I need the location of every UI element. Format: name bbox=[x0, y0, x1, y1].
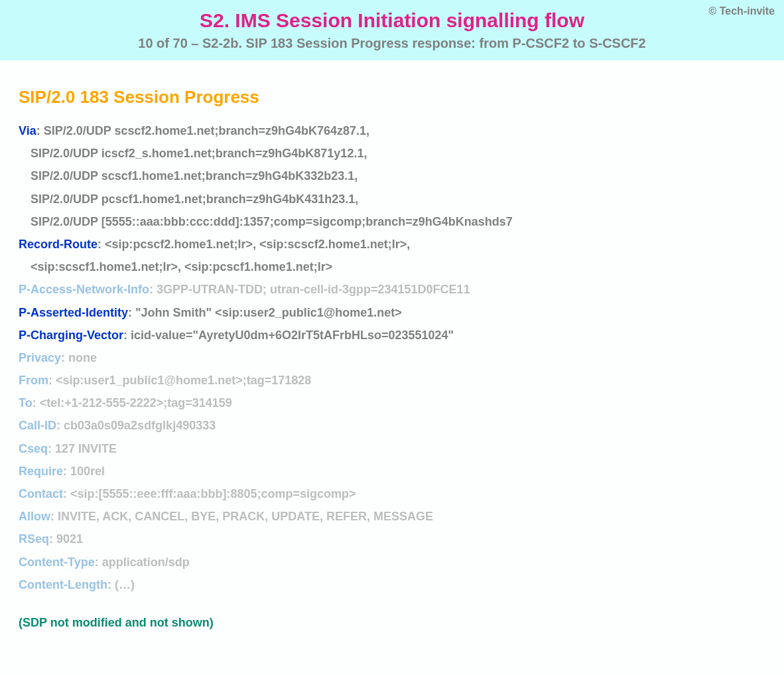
sip-header-value: <sip:user1_public1@home1.net>;tag=171828 bbox=[56, 374, 311, 387]
sip-header-value: SIP/2.0/UDP scscf2.home1.net;branch=z9hG… bbox=[44, 124, 369, 137]
sip-header-value: "John Smith" <sip:user2_public1@home1.ne… bbox=[135, 306, 402, 319]
sip-header-line: SIP/2.0/UDP scscf1.home1.net;branch=z9hG… bbox=[19, 165, 765, 187]
sip-header-line: Privacy: none bbox=[19, 346, 765, 369]
sip-header-line: P-Access-Network-Info: 3GPP-UTRAN-TDD; u… bbox=[19, 278, 765, 301]
sip-header-value: <sip:scscf1.home1.net;lr>, <sip:pcscf1.h… bbox=[31, 260, 332, 273]
sip-header-value: 100rel bbox=[70, 465, 105, 478]
document-header: © Tech-invite S2. IMS Session Initiation… bbox=[0, 0, 784, 60]
sip-header-value: 3GPP-UTRAN-TDD; utran-cell-id-3gpp=23415… bbox=[157, 283, 470, 296]
sip-header-value: (…) bbox=[115, 578, 135, 591]
sip-header-line: SIP/2.0/UDP pcscf1.home1.net;branch=z9hG… bbox=[19, 188, 765, 210]
sip-header-line: Allow: INVITE, ACK, CANCEL, BYE, PRACK, … bbox=[19, 505, 765, 528]
sip-header-line: RSeq: 9021 bbox=[19, 528, 765, 550]
sip-header-line: SIP/2.0/UDP [5555::aaa:bbb:ccc:ddd]:1357… bbox=[19, 210, 765, 233]
sip-header-line: P-Asserted-Identity: "John Smith" <sip:u… bbox=[19, 301, 765, 324]
copyright-label: © Tech-invite bbox=[708, 5, 775, 17]
sdp-note: (SDP not modified and not shown) bbox=[19, 616, 765, 630]
sip-header-name: Content-Length bbox=[19, 578, 107, 591]
sip-header-name: Require bbox=[19, 465, 63, 478]
sip-header-name: P-Charging-Vector bbox=[19, 329, 123, 342]
sip-header-value: icid-value="AyretyU0dm+6O2IrT5tAFrbHLso=… bbox=[131, 329, 454, 342]
sip-header-line: Via: SIP/2.0/UDP scscf2.home1.net;branch… bbox=[19, 119, 765, 142]
sip-header-name: From bbox=[19, 374, 48, 387]
sip-header-name: Via bbox=[19, 124, 36, 137]
sip-header-value: none bbox=[68, 351, 97, 364]
sip-header-line: Cseq: 127 INVITE bbox=[19, 437, 765, 460]
sip-headers: Via: SIP/2.0/UDP scscf2.home1.net;branch… bbox=[19, 119, 765, 596]
sip-header-value: <tel:+1-212-555-2222>;tag=314159 bbox=[40, 396, 232, 410]
sip-header-name: Privacy bbox=[19, 351, 61, 364]
sip-header-line: Contact: <sip:[5555::eee:fff:aaa:bbb]:88… bbox=[19, 483, 765, 505]
sip-header-name: RSeq bbox=[19, 532, 49, 546]
sip-header-value: <sip:pcscf2.home1.net;lr>, <sip:scscf2.h… bbox=[105, 238, 410, 251]
sip-header-value: <sip:[5555::eee:fff:aaa:bbb]:8805;comp=s… bbox=[70, 487, 356, 500]
sip-header-name: To bbox=[19, 396, 33, 410]
sip-header-value: 9021 bbox=[56, 532, 83, 546]
sip-header-line: <sip:scscf1.home1.net;lr>, <sip:pcscf1.h… bbox=[19, 256, 765, 278]
sip-header-value: SIP/2.0/UDP icscf2_s.home1.net;branch=z9… bbox=[31, 147, 367, 160]
sip-header-value: SIP/2.0/UDP [5555::aaa:bbb:ccc:ddd]:1357… bbox=[31, 215, 513, 228]
sip-header-line: Content-Type: application/sdp bbox=[19, 551, 765, 573]
sip-header-name: P-Access-Network-Info bbox=[19, 283, 149, 296]
page-title: S2. IMS Session Initiation signalling fl… bbox=[13, 9, 771, 32]
sip-header-name: Allow bbox=[19, 510, 50, 523]
sip-message-body: SIP/2.0 183 Session Progress Via: SIP/2.… bbox=[0, 60, 784, 656]
page-subtitle: 10 of 70 – S2-2b. SIP 183 Session Progre… bbox=[13, 36, 771, 51]
sip-header-line: From: <sip:user1_public1@home1.net>;tag=… bbox=[19, 369, 765, 392]
sip-header-value: 127 INVITE bbox=[55, 442, 117, 455]
sip-header-line: Require: 100rel bbox=[19, 460, 765, 483]
sip-header-line: P-Charging-Vector: icid-value="AyretyU0d… bbox=[19, 324, 765, 346]
sip-header-line: Content-Length: (…) bbox=[19, 573, 765, 596]
sip-header-value: cb03a0s09a2sdfglkj490333 bbox=[64, 419, 216, 432]
sip-header-value: SIP/2.0/UDP pcscf1.home1.net;branch=z9hG… bbox=[31, 192, 358, 206]
sip-header-name: Cseq bbox=[19, 442, 48, 455]
sip-header-name: Record-Route bbox=[19, 238, 98, 251]
sip-header-line: To: <tel:+1-212-555-2222>;tag=314159 bbox=[19, 392, 765, 414]
sip-header-line: Call-ID: cb03a0s09a2sdfglkj490333 bbox=[19, 414, 765, 437]
sip-header-value: SIP/2.0/UDP scscf1.home1.net;branch=z9hG… bbox=[31, 169, 358, 183]
sip-header-line: Record-Route: <sip:pcscf2.home1.net;lr>,… bbox=[19, 233, 765, 256]
sip-header-value: application/sdp bbox=[102, 556, 190, 569]
sip-header-name: Content-Type bbox=[19, 556, 95, 569]
sip-header-name: P-Asserted-Identity bbox=[19, 306, 128, 319]
sip-header-value: INVITE, ACK, CANCEL, BYE, PRACK, UPDATE,… bbox=[58, 510, 433, 523]
sip-header-name: Call-ID bbox=[19, 419, 56, 432]
sip-status-line: SIP/2.0 183 Session Progress bbox=[19, 87, 765, 108]
sip-header-name: Contact bbox=[19, 487, 63, 500]
sip-header-line: SIP/2.0/UDP icscf2_s.home1.net;branch=z9… bbox=[19, 142, 765, 165]
